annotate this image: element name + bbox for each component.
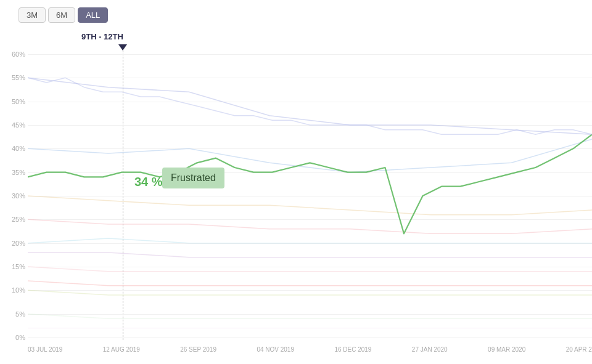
y-axis-label: 20% [12,240,25,247]
y-axis-label: 55% [12,74,25,81]
y-axis-label: 25% [12,216,25,223]
x-axis-label: 12 AUG 2019 [103,346,140,353]
y-axis-label: 30% [12,192,25,200]
x-axis-label: 16 DEC 2019 [334,346,371,353]
x-axis-label: 20 APR 2 [566,346,592,353]
y-axis: 60%55%50%45%40%35%30%25%20%15%10%5%0% [0,54,28,338]
y-axis-label: 60% [12,51,25,58]
btn-3m[interactable]: 3M [18,7,46,23]
grid-line [28,338,592,338]
x-axis-label: 09 MAR 2020 [488,346,525,353]
btn-6m[interactable]: 6M [48,7,75,23]
y-axis-label: 15% [12,263,25,270]
btn-all[interactable]: ALL [78,7,108,23]
x-axis: 03 JUL 201912 AUG 201926 SEP 201904 NOV … [28,346,592,353]
x-axis-label: 03 JUL 2019 [28,346,62,353]
chart-svg [28,54,592,338]
y-axis-label: 50% [12,98,25,105]
y-axis-label: 0% [15,334,25,341]
y-axis-label: 10% [12,286,25,294]
chart-container: 3M 6M ALL 9TH - 12TH 60%55%50%45%40%35%3… [0,0,592,364]
x-axis-label: 04 NOV 2019 [257,346,294,353]
x-axis-label: 26 SEP 2019 [180,346,216,353]
y-axis-label: 5% [15,310,25,318]
y-axis-label: 45% [12,121,25,129]
tooltip-box: Frustrated [162,168,224,188]
time-range-controls: 3M 6M ALL [18,7,108,23]
tooltip-arrow [118,44,127,51]
x-axis-label: 27 JAN 2020 [412,346,448,353]
date-range-label: 9TH - 12TH [81,32,123,41]
y-axis-label: 35% [12,169,25,176]
y-axis-label: 40% [12,145,25,152]
value-label: 34 % [134,175,163,189]
